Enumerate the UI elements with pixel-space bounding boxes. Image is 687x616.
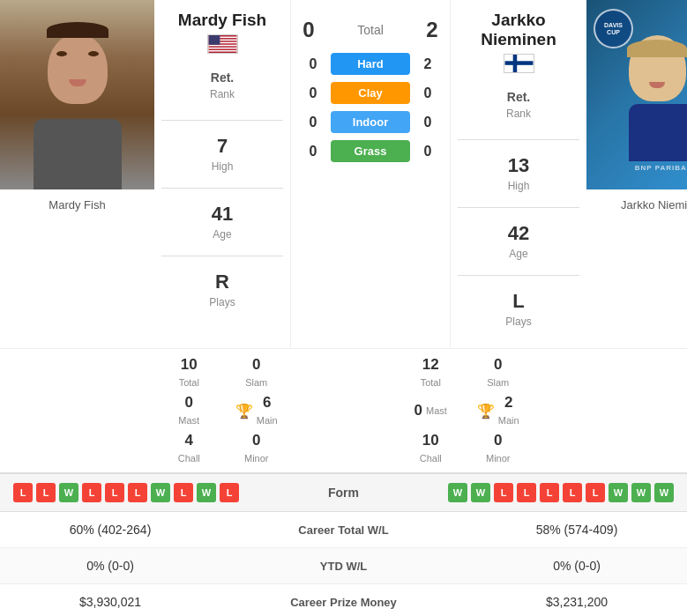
left-player-stats: Mardy Fish Ret. Rank 7 High [154,0,291,348]
svg-rect-9 [504,61,533,65]
left-stat-minor: 0 Minor [227,432,287,465]
left-form-5: L [105,483,124,502]
right-form-8: W [609,483,628,502]
career-total-left: 60% (402-264) [13,523,207,537]
left-total-score: 0 [291,18,326,42]
left-form-2: L [36,483,56,502]
right-form-2: W [471,483,490,502]
right-trophy-main: 🏆 2 Main [468,394,529,427]
right-high-block: 13 High [508,154,530,193]
left-form-9: W [197,483,216,502]
davis-cup-logo-left: DAVISCUP [594,9,633,48]
right-flag [504,54,534,73]
right-age-block: 42 Age [508,222,529,261]
left-stat-chall: 4 Chall [159,432,220,465]
left-form-3: W [59,483,78,502]
left-player-name-label: Mardy Fish [49,198,105,212]
right-ret-rank: Ret. Rank [506,89,531,121]
svg-rect-10 [512,55,517,72]
right-form-1: W [448,483,467,502]
left-mini-spacer [0,349,154,472]
left-divider3 [161,256,283,256]
right-total-score: 2 [414,18,450,42]
left-age-value: 41 [212,203,233,226]
right-divider1 [458,139,579,140]
hard-badge: Hard [331,53,410,75]
right-stat-mast: 0 Mast [400,394,461,427]
right-age-value: 42 [508,222,529,245]
left-flag [207,34,238,54]
left-stat-total: 10 Total [159,356,220,390]
prize-money-left: $3,930,021 [13,595,207,609]
career-total-right: 58% (574-409) [480,523,674,537]
left-plays-value: R [209,271,235,293]
clay-right-score: 0 [410,85,445,101]
form-label: Form [309,486,379,500]
left-rank-label: Ret. [211,71,234,85]
left-high-value: 7 [212,135,234,158]
svg-rect-6 [208,50,236,52]
right-rank-label: Ret. [507,90,530,104]
center-mini-spacer [291,349,396,472]
clay-surface-row: 0 Clay 0 [291,82,450,104]
indoor-surface-row: 0 Indoor 0 [291,111,450,133]
hard-left-score: 0 [295,56,331,72]
hard-right-score: 2 [410,56,445,72]
left-player-name: Mardy Fish [178,11,266,30]
mardy-photo [0,0,154,189]
right-form-4: L [517,483,536,502]
svg-rect-7 [208,35,220,45]
left-form-10: L [220,483,239,502]
indoor-badge: Indoor [331,111,410,133]
grass-right-score: 0 [410,144,445,160]
right-form-5: L [540,483,559,502]
right-high-label: High [508,180,530,192]
clay-left-score: 0 [295,85,331,101]
ytd-wl-left: 0% (0-0) [13,559,207,573]
total-score-row: 0 Total 2 [291,18,450,42]
right-form-10: W [654,483,674,502]
right-player-label: Jarkko Nieminen [586,189,687,216]
right-high-value: 13 [508,154,530,177]
right-stat-chall: 10 Chall [400,432,461,465]
left-player-photo-col: Mardy Fish [0,0,154,348]
clay-badge: Clay [331,82,410,104]
right-mini-stats: 12 Total 0 Slam 0 Mast 🏆 2 Main [396,349,533,472]
career-total-label: Career Total W/L [207,523,480,537]
grass-badge: Grass [331,140,410,162]
left-stat-mast: 0 Mast [159,394,220,427]
bnp-text: BNP PARIBAS [586,164,687,172]
svg-rect-5 [208,48,236,49]
right-player-name-label: Jarkko Nieminen [621,198,687,212]
career-total-row: 60% (402-264) Career Total W/L 58% (574-… [0,512,687,548]
left-ret-rank: Ret. Rank [210,70,235,101]
left-trophy-icon: 🏆 [235,403,253,419]
right-stat-minor: 0 Minor [468,432,529,465]
right-trophy-icon: 🏆 [477,403,495,419]
left-form-6: L [128,483,147,502]
right-plays-block: L Plays [505,290,531,329]
right-form-3: L [494,483,513,502]
ytd-wl-right: 0% (0-0) [480,559,674,573]
jarkko-photo: DAVISCUP DAVISCUP BNP PARIBAS [586,0,687,189]
indoor-left-score: 0 [295,115,331,130]
grass-surface-row: 0 Grass 0 [291,140,450,162]
prize-money-row: $3,930,021 Career Prize Money $3,231,200 [0,584,687,616]
right-form-6: L [563,483,582,502]
mini-stats-row: 10 Total 0 Slam 0 Mast 🏆 6 Main [0,348,687,473]
hard-surface-row: 0 Hard 2 [291,53,450,75]
right-form-badges: W W L L L L L W W W [448,483,674,502]
davis-cup-text-left: DAVISCUP [604,22,623,35]
left-stat-slam: 0 Slam [227,356,287,390]
match-header: Mardy Fish Mardy Fish Ret. Rank [0,0,687,348]
right-player-photo-col: DAVISCUP DAVISCUP BNP PARIBAS [586,0,687,348]
right-mini-spacer [533,349,687,472]
left-form-7: W [151,483,170,502]
right-player-stats: Jarkko Nieminen Ret. Rank 13 High 42 Age [450,0,586,348]
form-section: L L W L L L W L W L Form W W L L L L L W… [0,473,687,512]
total-score-label: Total [326,23,414,37]
right-plays-label: Plays [505,315,531,328]
ytd-wl-label: YTD W/L [207,560,480,573]
left-high-label: High [212,160,234,173]
prize-money-label: Career Prize Money [207,596,480,609]
